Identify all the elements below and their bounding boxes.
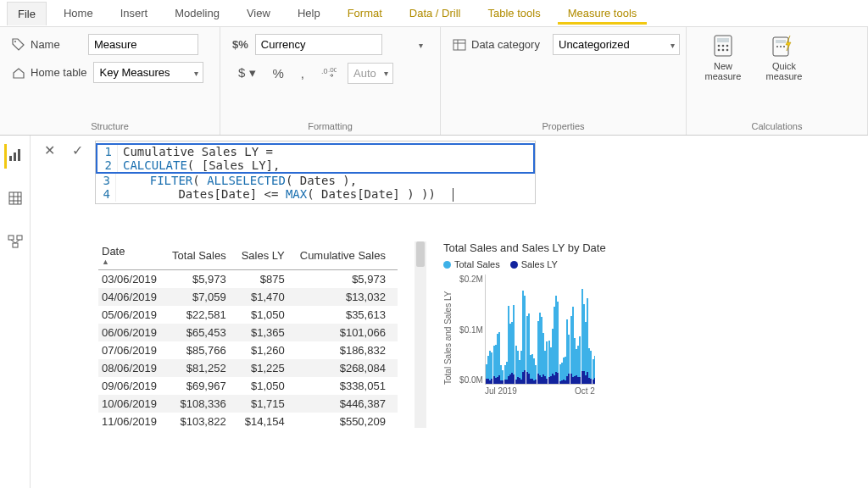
svg-point-13 xyxy=(726,49,729,52)
home-icon xyxy=(12,66,25,80)
category-icon xyxy=(453,38,466,52)
x-tick: Oct 2 xyxy=(575,386,595,396)
svg-rect-20 xyxy=(14,152,16,161)
formula-code: Cumulative Sales LY = xyxy=(118,145,273,158)
table-row[interactable]: 09/06/2019$69,967$1,050$338,051 xyxy=(98,377,398,395)
tab-home[interactable]: Home xyxy=(53,2,103,25)
table-cell: $22,581 xyxy=(169,306,238,324)
table-cell: $1,050 xyxy=(238,306,297,324)
svg-point-18 xyxy=(783,46,785,47)
table-cell: 08/06/2019 xyxy=(98,359,169,377)
comma-button[interactable]: , xyxy=(295,63,310,84)
tab-measure-tools[interactable]: Measure tools xyxy=(558,2,648,25)
decimals-button[interactable]: .0.00 xyxy=(315,63,342,83)
table-cell: 03/06/2019 xyxy=(98,270,169,289)
formatting-group-label: Formatting xyxy=(232,121,428,131)
ribbon-group-properties: Data category Properties xyxy=(441,27,687,135)
chart-visual[interactable]: Total Sales and Sales LY by Date Total S… xyxy=(443,241,621,488)
tab-insert[interactable]: Insert xyxy=(110,2,159,25)
properties-group-label: Properties xyxy=(453,121,674,131)
percent-button[interactable]: % xyxy=(267,63,290,84)
new-measure-button[interactable]: New measure xyxy=(698,34,748,81)
ribbon-group-structure: Name Home table Structure xyxy=(0,27,220,135)
y-tick: $0.0M xyxy=(459,375,483,385)
content-area: ✕ ✓ 1Cumulative Sales LY = 2CALCULATE( [… xyxy=(31,136,868,488)
table-cell: $7,059 xyxy=(169,288,238,306)
table-scrollbar[interactable] xyxy=(415,241,426,428)
table-cell: $1,260 xyxy=(238,341,297,359)
tab-modeling[interactable]: Modeling xyxy=(164,2,230,25)
svg-rect-22 xyxy=(9,192,21,204)
table-cell: $875 xyxy=(238,270,297,289)
table-visual[interactable]: Date▲Total SalesSales LYCumulative Sales… xyxy=(98,241,398,488)
tab-file[interactable]: File xyxy=(7,2,47,25)
home-table-label: Home table xyxy=(12,66,86,80)
line-number: 4 xyxy=(96,187,116,202)
tab-format[interactable]: Format xyxy=(337,2,392,25)
formula-cancel-button[interactable]: ✕ xyxy=(39,141,60,160)
model-view-icon[interactable] xyxy=(4,230,26,255)
tag-icon xyxy=(12,38,25,52)
tab-view[interactable]: View xyxy=(236,2,281,25)
table-header[interactable]: Cumulative Sales xyxy=(297,241,398,270)
table-row[interactable]: 05/06/2019$22,581$1,050$35,613 xyxy=(98,306,398,324)
chart-plot: $0.2M $0.1M $0.0M Jul 2019 Oct 2 xyxy=(453,274,597,402)
svg-point-17 xyxy=(780,46,782,47)
quick-measure-button[interactable]: Quick measure xyxy=(760,34,809,81)
formula-commit-button[interactable]: ✓ xyxy=(67,141,88,160)
data-category-label-text: Data category xyxy=(471,38,540,51)
name-label: Name xyxy=(12,38,81,52)
format-icon: $% xyxy=(232,38,248,51)
table-cell: $101,066 xyxy=(297,324,398,341)
currency-button[interactable]: $ ▾ xyxy=(232,62,262,84)
line-number: 1 xyxy=(97,145,118,158)
data-category-dropdown[interactable] xyxy=(553,34,680,55)
main-area: ✕ ✓ 1Cumulative Sales LY = 2CALCULATE( [… xyxy=(0,136,868,488)
table-row[interactable]: 08/06/2019$81,252$1,225$268,084 xyxy=(98,359,398,377)
tab-table-tools[interactable]: Table tools xyxy=(477,2,550,25)
table-header[interactable]: Date▲ xyxy=(98,241,169,270)
decimal-places-input[interactable] xyxy=(348,63,393,84)
table-row[interactable]: 11/06/2019$103,822$14,154$550,209 xyxy=(98,413,398,430)
table-row[interactable]: 03/06/2019$5,973$875$5,973 xyxy=(98,270,398,289)
svg-text:.00: .00 xyxy=(328,66,337,74)
chart-title: Total Sales and Sales LY by Date xyxy=(443,241,621,254)
name-label-text: Name xyxy=(31,38,60,51)
table-cell: $5,973 xyxy=(169,270,238,289)
table-header[interactable]: Total Sales xyxy=(169,241,238,270)
table-cell: $14,154 xyxy=(238,413,297,430)
svg-line-30 xyxy=(11,240,15,243)
table-row[interactable]: 06/06/2019$65,453$1,365$101,066 xyxy=(98,324,398,341)
table-cell: $1,050 xyxy=(238,377,297,395)
table-cell: $446,387 xyxy=(297,395,398,413)
home-table-input[interactable] xyxy=(93,62,203,83)
scrollbar-thumb[interactable] xyxy=(416,241,425,267)
formula-code: CALCULATE( [Sales LY], xyxy=(118,158,280,172)
format-dropdown[interactable] xyxy=(255,34,428,55)
format-input[interactable] xyxy=(255,34,382,55)
data-view-icon[interactable] xyxy=(4,187,26,212)
line-number: 2 xyxy=(97,158,118,172)
table-header[interactable]: Sales LY xyxy=(238,241,297,270)
report-view-icon[interactable] xyxy=(4,144,26,169)
table-cell: 05/06/2019 xyxy=(98,306,169,324)
tab-help[interactable]: Help xyxy=(287,2,331,25)
line-number: 3 xyxy=(96,174,116,187)
table-row[interactable]: 07/06/2019$85,766$1,260$186,832 xyxy=(98,341,398,359)
formula-editor[interactable]: 1Cumulative Sales LY = 2CALCULATE( [Sale… xyxy=(95,141,536,204)
report-canvas[interactable]: Date▲Total SalesSales LYCumulative Sales… xyxy=(31,208,868,488)
data-category-input[interactable] xyxy=(553,34,680,55)
ribbon-group-formatting: $% $ ▾ % , .0.00 Formatting xyxy=(220,27,441,135)
table-row[interactable]: 10/06/2019$108,336$1,715$446,387 xyxy=(98,395,398,413)
table-cell: $1,365 xyxy=(238,324,297,341)
table-row[interactable]: 04/06/2019$7,059$1,470$13,032 xyxy=(98,288,398,306)
tab-data-drill[interactable]: Data / Drill xyxy=(399,2,471,25)
home-table-dropdown[interactable] xyxy=(93,62,203,83)
table-cell: $1,225 xyxy=(238,359,297,377)
svg-point-12 xyxy=(722,49,725,52)
svg-rect-27 xyxy=(8,236,14,240)
decimal-places-dropdown[interactable] xyxy=(348,63,393,84)
y-tick: $0.1M xyxy=(459,325,483,335)
table-cell: 09/06/2019 xyxy=(98,377,169,395)
name-input[interactable] xyxy=(88,34,198,55)
